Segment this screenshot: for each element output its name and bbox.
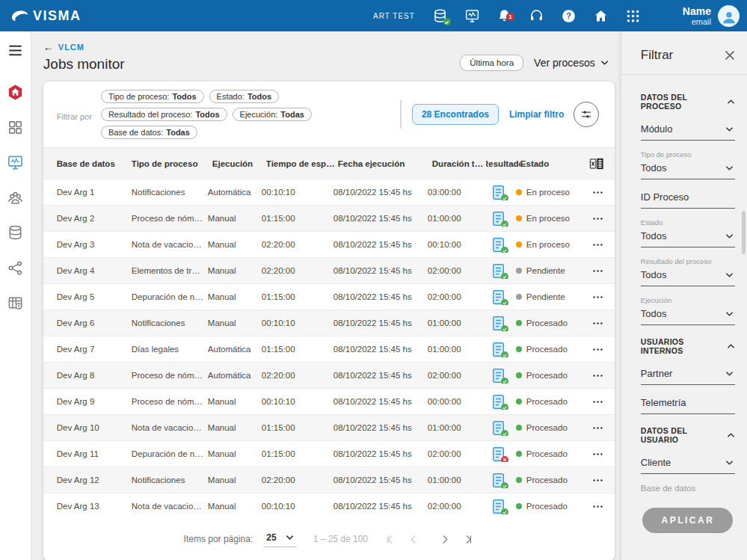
field-value: Telemetría xyxy=(641,397,686,408)
result-badge xyxy=(501,404,508,410)
user-menu[interactable]: Name email xyxy=(683,5,740,27)
table-cell: 00:00:00 xyxy=(428,397,482,406)
section-header[interactable]: DATOS DEL USUARIO xyxy=(641,426,735,444)
filter-chip[interactable]: Base de datos:Todas xyxy=(101,126,197,139)
table-cell: 01:15:00 xyxy=(262,214,333,223)
apps-icon[interactable] xyxy=(5,117,25,137)
telemetria-input[interactable]: Telemetría xyxy=(641,395,735,414)
partner-select[interactable]: Partner xyxy=(641,366,735,385)
row-actions-button[interactable] xyxy=(591,396,604,408)
panel-scrollbar[interactable] xyxy=(742,211,746,254)
row-actions-button[interactable] xyxy=(591,239,604,251)
menu-icon[interactable] xyxy=(5,40,25,60)
databases-icon[interactable] xyxy=(5,223,25,242)
last-page-icon[interactable] xyxy=(461,533,474,546)
result-success-icon xyxy=(491,342,505,357)
table-cell: 08/10/2022 15:45 hs xyxy=(333,502,428,511)
filter-settings-button[interactable] xyxy=(574,102,599,127)
row-actions-button[interactable] xyxy=(591,186,604,199)
table-cell: Manual xyxy=(208,240,262,249)
row-actions-button[interactable] xyxy=(591,291,604,304)
tipo-de-proceso-select[interactable]: Todos xyxy=(641,160,735,179)
row-actions-button[interactable] xyxy=(591,317,604,330)
row-actions-button[interactable] xyxy=(591,212,604,225)
filter-chip[interactable]: Ejecución:Todas xyxy=(233,108,312,121)
ejecucion-select[interactable]: Todos xyxy=(641,306,735,325)
help-icon[interactable]: ? xyxy=(561,7,577,24)
schedules-icon[interactable] xyxy=(5,293,25,313)
back-arrow-icon: ← xyxy=(43,42,54,52)
status-cell: Procesado xyxy=(516,397,585,406)
estado-select[interactable]: Todos xyxy=(641,228,735,247)
row-actions-button[interactable] xyxy=(591,422,604,434)
chevron-down-icon xyxy=(600,60,609,66)
support-headset-icon[interactable] xyxy=(529,7,545,24)
filter-chip[interactable]: Tipo de proceso:Todos xyxy=(101,90,204,103)
row-actions-button[interactable] xyxy=(591,500,604,513)
table-cell: 00:10:10 xyxy=(262,397,333,406)
row-actions-button[interactable] xyxy=(591,343,604,356)
table-cell: Manual xyxy=(208,449,262,458)
cliente-select[interactable]: Cliente xyxy=(641,455,735,474)
monitor-status-icon[interactable] xyxy=(464,7,481,24)
actions-cell xyxy=(585,291,604,304)
users-icon[interactable] xyxy=(5,188,25,207)
table-cell: Notificaciones xyxy=(132,319,208,327)
status-cell: Procesado xyxy=(516,423,585,432)
row-actions-button[interactable] xyxy=(591,448,604,461)
breadcrumb[interactable]: ← VLCM xyxy=(43,42,125,52)
divider xyxy=(400,100,402,129)
filter-chip[interactable]: Estado:Todos xyxy=(209,90,280,103)
field-resultado-del-proceso: Resultado del procesoTodos xyxy=(641,257,735,286)
table-cell: 08/10/2022 15:45 hs xyxy=(333,214,428,223)
table-row: Dev Arg 13Nota de vacacionesManual00:10:… xyxy=(43,493,615,519)
table-cell: 08/10/2022 15:45 hs xyxy=(333,345,428,354)
next-page-icon[interactable] xyxy=(438,533,451,546)
modulo-select[interactable]: Módulo xyxy=(641,121,735,141)
clear-filter-link[interactable]: Limpiar filtro xyxy=(509,109,564,120)
filter-chip[interactable]: Resultado del proceso:Todos xyxy=(101,108,227,121)
table-cell: Nota de vacaciones xyxy=(132,423,208,432)
app-grid-icon[interactable] xyxy=(625,7,642,24)
svg-text:?: ? xyxy=(567,11,572,20)
table-cell: Dev Arg 11 xyxy=(57,449,132,458)
table-cell: 00:10:10 xyxy=(262,502,333,511)
page-size-select[interactable]: 25 xyxy=(263,531,296,547)
results-count-badge: 28 Encontrados xyxy=(412,104,499,125)
row-actions-button[interactable] xyxy=(591,474,604,487)
home-shortcut-icon[interactable] xyxy=(5,82,25,102)
id-proceso-input[interactable]: ID Proceso xyxy=(641,189,735,209)
avatar[interactable] xyxy=(718,5,740,27)
view-processes-dropdown[interactable]: Ver procesos xyxy=(534,57,609,69)
column-header: Estado xyxy=(520,159,589,168)
table-cell: Dev Arg 2 xyxy=(57,214,132,223)
table-header: Base de datosTipo de procesoEjecuciónTie… xyxy=(43,148,615,179)
close-icon[interactable] xyxy=(725,50,735,61)
table-cell: 02:00:00 xyxy=(428,449,482,458)
result-badge xyxy=(501,194,508,200)
integrations-icon[interactable] xyxy=(5,258,25,277)
apply-button[interactable]: APLICAR xyxy=(642,508,733,533)
visma-logo[interactable]: VISMA xyxy=(10,8,82,24)
row-actions-button[interactable] xyxy=(591,265,604,277)
prev-page-icon[interactable] xyxy=(408,533,420,546)
actions-cell xyxy=(585,500,604,513)
status-dot xyxy=(516,241,522,247)
row-actions-button[interactable] xyxy=(591,369,604,382)
table-cell: 02:20:00 xyxy=(262,240,333,249)
jobs-monitor-icon[interactable] xyxy=(5,153,25,172)
section-header[interactable]: DATOS DEL PROCESO xyxy=(641,93,735,111)
database-status-icon[interactable] xyxy=(432,7,449,24)
section-header[interactable]: USUARIOS INTERNOS xyxy=(641,337,735,355)
excel-export-icon[interactable] xyxy=(589,157,604,170)
table-cell: 01:15:00 xyxy=(262,449,333,458)
resultado-del-proceso-select[interactable]: Todos xyxy=(641,267,735,286)
table-cell: 08/10/2022 15:45 hs xyxy=(333,397,428,406)
notifications-icon[interactable]: 1 xyxy=(497,7,513,24)
table-cell: Elementos de trabajo xyxy=(132,266,208,275)
actions-cell xyxy=(585,422,604,434)
last-hour-button[interactable]: Última hora xyxy=(460,55,523,71)
first-page-icon[interactable] xyxy=(384,533,397,546)
field-cliente: Cliente xyxy=(641,455,735,474)
home-icon[interactable] xyxy=(593,7,609,24)
